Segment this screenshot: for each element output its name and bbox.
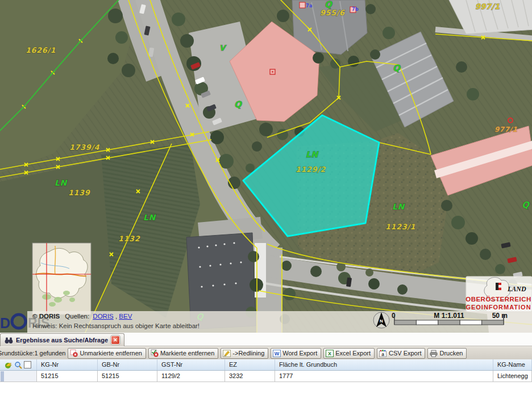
map-label-LN: LN bbox=[55, 178, 67, 187]
map-label-Q: Q bbox=[325, 0, 333, 10]
grid-tools-cell bbox=[0, 359, 37, 370]
table-row[interactable]: 51215 51215 1129/2 3232 1777 Lichtenegg bbox=[0, 371, 532, 382]
map-label-1132: 1132 bbox=[118, 234, 140, 243]
hint-line: Hinweis: Kein Rechtsanspruch aus obiger … bbox=[32, 322, 200, 329]
result-count-status: Grundstücke:1 gefunden bbox=[0, 350, 65, 357]
address-marker bbox=[300, 2, 305, 8]
cell-flaeche: 1777 bbox=[275, 371, 493, 382]
select-all-checkbox[interactable] bbox=[24, 361, 31, 368]
cell-gst-nr: 1129/2 bbox=[157, 371, 225, 382]
close-icon[interactable]: ✕ bbox=[111, 336, 120, 345]
map-label-1139: 1139 bbox=[68, 188, 91, 197]
svg-text:LAND: LAND bbox=[507, 285, 526, 293]
doris-gis-app: 1626/11739/4LN1139LN1132LN1129/2LN1123/1… bbox=[0, 0, 532, 394]
results-toolbar: Grundstücke:1 gefunden Unmarkierte entfe… bbox=[0, 346, 532, 359]
header-kg-nr[interactable]: KG-Nr bbox=[37, 359, 98, 370]
svg-text:X: X bbox=[328, 351, 331, 357]
marker-tool-icon[interactable] bbox=[5, 361, 13, 369]
cell-gb-nr: 51215 bbox=[98, 371, 157, 382]
tab-ergebnisse[interactable]: Ergebnisse aus Suche/Abfrage ✕ bbox=[0, 333, 124, 346]
svg-text:OBERÖSTERREICH: OBERÖSTERREICH bbox=[466, 296, 531, 303]
svg-text:0: 0 bbox=[392, 312, 396, 320]
map-label-Q: Q bbox=[393, 63, 401, 73]
csv-icon: a bbox=[379, 350, 387, 357]
map-label-1123-1: 1123/1 bbox=[385, 223, 415, 231]
overview-inset-map[interactable] bbox=[32, 243, 91, 315]
results-tab-bar: Ergebnisse aus Suche/Abfrage ✕ bbox=[0, 333, 532, 346]
excel-export-button[interactable]: X Excel Export bbox=[323, 348, 375, 359]
cell-kg-nr: 51215 bbox=[37, 371, 98, 382]
land-oberoesterreich-logo: LAND OBERÖSTERREICH GEOINFORMATION bbox=[466, 276, 532, 312]
map-label-LN: LN bbox=[143, 213, 156, 222]
svg-text:M 1:1.011: M 1:1.011 bbox=[434, 312, 464, 320]
printer-icon bbox=[430, 350, 438, 357]
header-flaeche[interactable]: Fläche lt. Grundbuch bbox=[275, 359, 493, 370]
svg-text:50 m: 50 m bbox=[492, 312, 508, 320]
redlining-icon bbox=[223, 350, 231, 357]
map-label-1739-4: 1739/4 bbox=[69, 143, 99, 152]
copyright-line: © DORIS Quellen: DORIS , BEV bbox=[32, 313, 132, 320]
map-label-LN: LN bbox=[306, 150, 318, 159]
svg-text:D: D bbox=[0, 315, 10, 331]
unmarked-checkbox-icon bbox=[70, 349, 78, 357]
svg-text:N: N bbox=[380, 318, 383, 324]
csv-export-button[interactable]: a CSV Export bbox=[377, 348, 425, 359]
north-arrow-icon: N bbox=[373, 312, 389, 328]
svg-text:GEOINFORMATION: GEOINFORMATION bbox=[466, 304, 531, 311]
map-label-Q: Q bbox=[234, 99, 243, 110]
aerial-basemap: 1626/11739/4LN1139LN1132LN1129/2LN1123/1… bbox=[0, 0, 532, 333]
remove-marked-button[interactable]: Markierte entfernen bbox=[148, 348, 218, 359]
binoculars-icon bbox=[5, 337, 13, 344]
map-label-977-1: 977/1 bbox=[494, 125, 517, 133]
excel-icon: X bbox=[326, 350, 334, 357]
cell-ez: 3232 bbox=[225, 371, 275, 382]
tab-label: Ergebnisse aus Suche/Abfrage bbox=[16, 337, 108, 343]
redlining-button[interactable]: ->Redlining bbox=[221, 348, 268, 359]
results-grid: KG-Nr GB-Nr GST-Nr EZ Fläche lt. Grundbu… bbox=[0, 359, 532, 382]
quellen-label: Quellen: bbox=[65, 313, 89, 320]
map-label-7a: 7a bbox=[306, 3, 313, 9]
marked-checkbox-icon bbox=[151, 349, 159, 357]
map-label-997-1: 997/1 bbox=[475, 2, 500, 11]
magnifier-icon[interactable] bbox=[14, 361, 22, 369]
map-label-Q: Q bbox=[522, 200, 530, 210]
header-ez[interactable]: EZ bbox=[225, 359, 275, 370]
row-marker bbox=[1, 371, 4, 382]
row-select-cell[interactable] bbox=[0, 371, 37, 382]
map-label-1129-2: 1129/2 bbox=[296, 165, 326, 174]
map-label-955-6: 955/6 bbox=[320, 9, 346, 17]
copyright-symbol: © DORIS bbox=[32, 313, 60, 320]
grid-header-row: KG-Nr GB-Nr GST-Nr EZ Fläche lt. Grundbu… bbox=[0, 359, 532, 371]
svg-text:W: W bbox=[275, 351, 280, 357]
coat-of-arms bbox=[496, 283, 501, 290]
header-gst-nr[interactable]: GST-Nr bbox=[157, 359, 225, 370]
map-label-7b: 7b bbox=[352, 7, 359, 12]
word-icon: W bbox=[273, 350, 281, 357]
header-kg-name[interactable]: KG-Name bbox=[493, 359, 532, 370]
copyright-link-bev[interactable]: BEV bbox=[119, 313, 132, 320]
print-button[interactable]: Drucken bbox=[427, 348, 467, 359]
map-viewport[interactable]: 1626/11739/4LN1139LN1132LN1129/2LN1123/1… bbox=[0, 0, 532, 333]
cell-kg-name: Lichtenegg bbox=[493, 371, 532, 382]
header-gb-nr[interactable]: GB-Nr bbox=[98, 359, 157, 370]
svg-text:a: a bbox=[381, 351, 384, 357]
copyright-link-doris[interactable]: DORIS bbox=[93, 313, 114, 320]
map-label-LN: LN bbox=[392, 202, 405, 211]
map-label-1626-1: 1626/1 bbox=[26, 46, 56, 55]
word-export-button[interactable]: W Word Export bbox=[271, 348, 321, 359]
remove-unmarked-button[interactable]: Unmarkierte entfernen bbox=[68, 348, 146, 359]
